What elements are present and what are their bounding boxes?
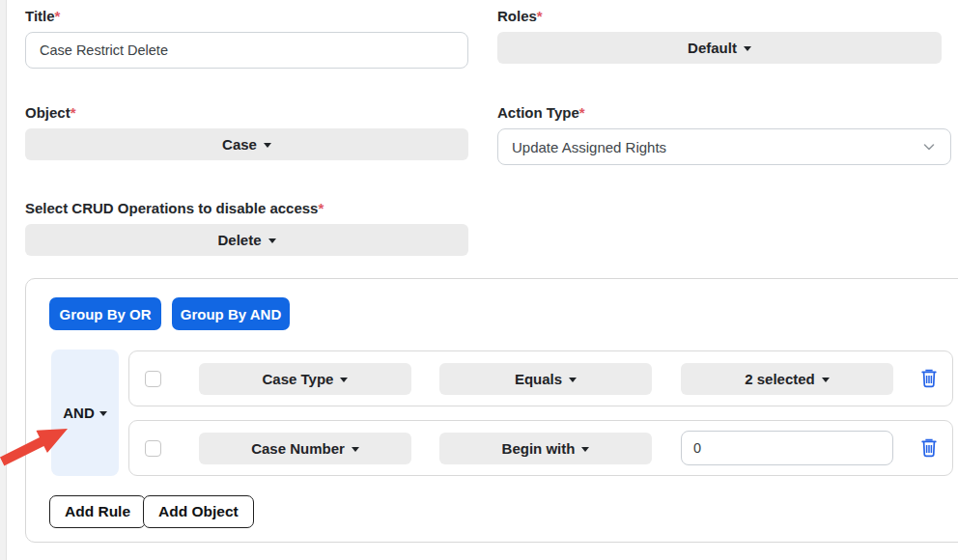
- rule-1-checkbox[interactable]: [145, 371, 161, 387]
- action-type-select[interactable]: Update Assigned Rights: [497, 128, 951, 165]
- action-type-label: Action Type*: [497, 104, 585, 121]
- crud-operations-dropdown-value: Delete: [217, 232, 261, 248]
- action-type-required-mark: *: [579, 104, 585, 121]
- title-input[interactable]: [25, 32, 468, 69]
- caret-down-icon: [268, 238, 276, 243]
- trash-icon: [920, 438, 938, 458]
- object-label-text: Object: [25, 104, 70, 121]
- add-object-button[interactable]: Add Object: [143, 495, 254, 528]
- group-by-or-button[interactable]: Group By OR: [49, 297, 161, 330]
- rule-1-field-dropdown[interactable]: Case Type: [199, 363, 411, 395]
- caret-down-icon: [99, 411, 107, 416]
- rule-2-field-value: Case Number: [251, 440, 345, 457]
- crud-operations-dropdown[interactable]: Delete: [25, 224, 468, 256]
- caret-down-icon: [264, 143, 271, 148]
- caret-down-icon: [340, 378, 348, 382]
- group-operator-dropdown[interactable]: AND: [63, 405, 107, 421]
- rule-2-checkbox[interactable]: [145, 440, 161, 457]
- object-required-mark: *: [70, 104, 76, 121]
- trash-icon: [920, 369, 938, 388]
- caret-down-icon: [352, 447, 359, 452]
- rule-row-1: Case Type Equals 2 selected: [128, 350, 953, 406]
- crud-operations-required-mark: *: [318, 200, 324, 216]
- action-type-select-value: Update Assigned Rights: [512, 139, 666, 155]
- roles-required-mark: *: [537, 8, 543, 24]
- caret-down-icon: [569, 378, 577, 382]
- page-left-edge: [0, 0, 7, 560]
- title-label-text: Title: [25, 8, 55, 24]
- rule-1-field-value: Case Type: [263, 371, 334, 387]
- rule-1-delete-button[interactable]: [918, 367, 940, 390]
- rule-1-value-text: 2 selected: [745, 371, 815, 387]
- chevron-down-icon: [921, 139, 937, 154]
- rule-form-page: Title* Roles* Default Object* Case Actio…: [0, 0, 958, 560]
- roles-label-text: Roles: [497, 8, 537, 24]
- crud-operations-label-text: Select CRUD Operations to disable access: [25, 200, 318, 216]
- group-operator-panel: AND: [51, 350, 119, 476]
- rule-1-operator-value: Equals: [515, 371, 562, 387]
- title-required-mark: *: [55, 8, 61, 24]
- object-label: Object*: [25, 104, 76, 121]
- roles-dropdown-value: Default: [688, 40, 737, 56]
- roles-label: Roles*: [497, 8, 543, 24]
- caret-down-icon: [822, 378, 830, 382]
- action-type-label-text: Action Type: [497, 104, 579, 121]
- title-label: Title*: [25, 8, 60, 24]
- add-rule-button[interactable]: Add Rule: [49, 495, 146, 528]
- rule-2-field-dropdown[interactable]: Case Number: [199, 433, 411, 464]
- group-by-and-button[interactable]: Group By AND: [172, 297, 290, 330]
- rule-2-operator-value: Begin with: [502, 440, 576, 457]
- rule-row-2: Case Number Begin with: [128, 420, 953, 476]
- caret-down-icon: [581, 447, 589, 452]
- group-operator-value: AND: [63, 405, 95, 421]
- rule-2-operator-dropdown[interactable]: Begin with: [439, 433, 652, 464]
- roles-dropdown[interactable]: Default: [497, 32, 942, 64]
- object-dropdown-value: Case: [222, 136, 257, 153]
- caret-down-icon: [744, 46, 751, 51]
- object-dropdown[interactable]: Case: [25, 128, 468, 160]
- rule-2-value-input[interactable]: [681, 431, 893, 465]
- rule-builder-panel: Group By OR Group By AND AND Case Type E…: [25, 278, 958, 543]
- crud-operations-label: Select CRUD Operations to disable access…: [25, 200, 324, 216]
- rule-1-operator-dropdown[interactable]: Equals: [439, 363, 652, 395]
- rule-2-delete-button[interactable]: [918, 436, 940, 460]
- rule-1-value-dropdown[interactable]: 2 selected: [681, 363, 893, 395]
